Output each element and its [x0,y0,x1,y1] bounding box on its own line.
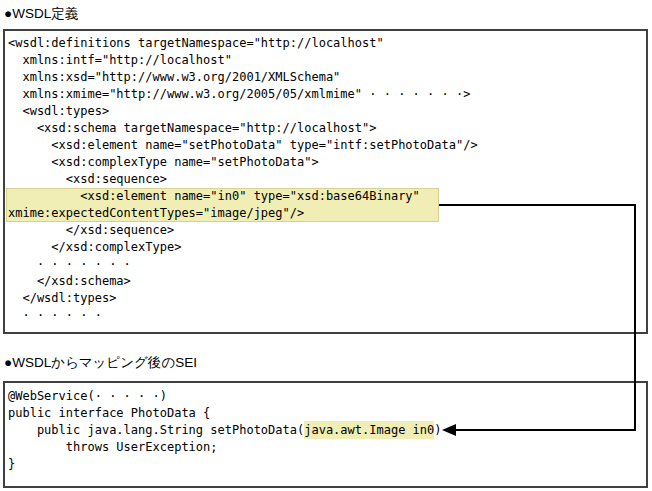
connector-line-top [439,204,636,206]
code-line: </xsd:schema> [8,273,644,290]
code-line: throws UserException; [8,439,644,456]
code-line: </xsd:complexType> [8,239,644,256]
sei-code: @WebService(· · · · ·) public interface … [5,383,646,473]
code-line: <wsdl:types> [8,103,644,120]
left-arrowhead-icon [442,424,456,436]
code-line-highlighted: <xsd:element name="in0" type="xsd:base64… [8,188,644,205]
code-line: public interface PhotoData { [8,405,644,422]
code-line: <xsd:sequence> [8,171,644,188]
code-line: · · · · · · [8,307,644,324]
code-line: <xsd:schema targetNamespace="http://loca… [8,120,644,137]
wsdl-definition-heading: ●WSDL定義 [4,6,78,22]
code-line: @WebService(· · · · ·) [8,388,644,405]
code-line: xmlns:intf="http://localhost" [8,52,644,69]
wsdl-code: <wsdl:definitions targetNamespace="http:… [5,31,646,324]
code-line: </wsdl:types> [8,290,644,307]
code-line: xmlns:xmime="http://www.w3.org/2005/05/x… [8,86,644,103]
signature-suffix: ) [434,423,441,437]
code-line: <xsd:element name="setPhotoData" type="i… [8,137,644,154]
code-line-highlighted: xmime:expectedContentTypes="image/jpeg"/… [8,205,644,222]
code-line: xmlns:xsd="http://www.w3.org/2001/XMLSch… [8,69,644,86]
code-line: </xsd:sequence> [8,222,644,239]
wsdl-code-box: <wsdl:definitions targetNamespace="http:… [3,29,648,334]
code-line: <wsdl:definitions targetNamespace="http:… [8,35,644,52]
code-line: <xsd:complexType name="setPhotoData"> [8,154,644,171]
sei-heading: ●WSDLからマッピング後のSEI [4,355,197,371]
code-line: } [8,456,644,473]
code-line: · · · · · · · [8,256,644,273]
sei-code-box: @WebService(· · · · ·) public interface … [3,381,648,488]
connector-line-bottom [454,429,636,431]
signature-prefix: public java.lang.String setPhotoData( [8,423,304,437]
figure-root: ●WSDL定義 <wsdl:definitions targetNamespac… [0,0,652,491]
sei-highlight: java.awt.Image in0 [304,421,434,439]
connector-line-vertical [634,204,636,431]
